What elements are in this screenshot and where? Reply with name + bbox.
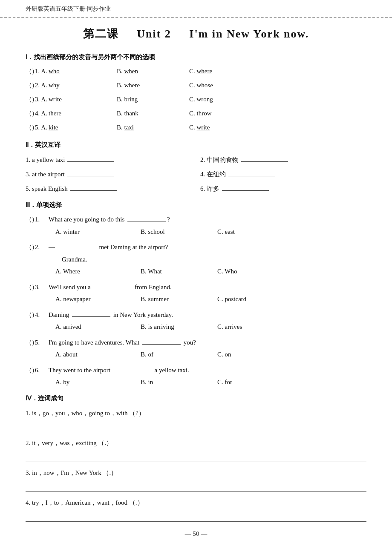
section3-q3: （ ） 3. We'll send you a from England. A.… [26,281,366,305]
section2-item-3: 3. at the airport [26,168,192,181]
section4-item-1: 1. is，go，you，who，going to，with （?） [26,407,366,432]
section3-q1: （ ） 1. What are you going to do this ? A… [26,213,366,238]
section1-item-1: （ ） 1. A. who B. when C. where [26,66,366,77]
section1-title: Ⅰ．找出画线部分的发音与另外两个不同的选项 [26,53,366,61]
section1-item-2: （ ） 2. A. why B. where C. whose [26,80,366,91]
section4-title: Ⅳ．连词成句 [26,394,366,402]
section2-title: Ⅱ．英汉互译 [26,141,366,149]
main-title: 第二课 Unit 2 I'm in New York now. [26,26,366,41]
section1-item-3: （ ） 3. A. write B. bring C. wrong [26,94,366,105]
header-text: 外研版英语五年级下册·同步作业 [26,6,111,12]
section2-item-4: 4. 在纽约 [200,168,366,181]
section4-item-2: 2. it，very，was，exciting （.） [26,437,366,462]
title-unit: Unit 2 [137,28,171,40]
section3-q5: （ ） 5. I'm going to have adventures. Wha… [26,336,366,361]
page-content: 第二课 Unit 2 I'm in New York now. Ⅰ．找出画线部分… [0,18,392,546]
page-number: — 50 — [185,530,208,537]
section2-item-6: 6. 许多 [200,182,366,195]
title-chinese: 第二课 [83,28,119,40]
section2-item-5: 5. speak English [26,182,192,195]
page-header: 外研版英语五年级下册·同步作业 [0,0,392,18]
page-footer: — 50 — [26,530,366,537]
section3-title: Ⅲ．单项选择 [26,201,366,209]
section3-q4: （ ） 4. Daming in New York yesterday. A. … [26,309,366,333]
section2-grid: 1. a yellow taxi 2. 中国的食物 3. at the airp… [26,153,366,195]
section2-item-2: 2. 中国的食物 [200,153,366,166]
section3-q6: （ ） 6. They went to the airport a yellow… [26,364,366,388]
section1-item-4: （ ） 4. A. there B. thank C. throw [26,108,366,119]
section4-item-3: 3. in，now，I'm，New York （.） [26,466,366,492]
section2-item-1: 1. a yellow taxi [26,153,192,166]
section1-item-5: （ ） 5. A. kite B. taxi C. write [26,122,366,133]
section3-q2: （ ） 2. — met Daming at the airport? —Gra… [26,241,366,278]
title-english: I'm in New York now. [189,28,309,40]
section4-item-4: 4. try，I，to，American，want，food （.） [26,496,366,522]
